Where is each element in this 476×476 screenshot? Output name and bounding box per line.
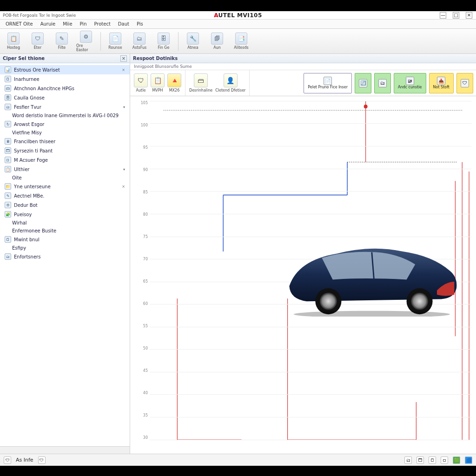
sidebar-item[interactable]: 🗄Cauila Gnose bbox=[0, 93, 130, 102]
ribbon-group: 🗃Desrinhaline 👤Cletend Dfetiser bbox=[185, 70, 250, 96]
sidebar: Ciper Sel thione × 📊Estrous Ore Wariset×… bbox=[0, 54, 130, 454]
sidebar-item[interactable]: 🗒Inarhurnee bbox=[0, 74, 130, 84]
pencil-icon: ✎ bbox=[56, 33, 68, 45]
close-button[interactable]: ✕ bbox=[466, 12, 472, 19]
menu-item[interactable]: Miie bbox=[60, 20, 75, 27]
close-icon[interactable]: × bbox=[122, 68, 125, 72]
menubar: ORNET Oite Auruie Miie Pin Protect Daut … bbox=[0, 20, 476, 29]
sync-icon: 🔄 bbox=[359, 79, 367, 87]
ribbon-button[interactable]: 🗃Desrinhaline bbox=[189, 73, 212, 93]
plot bbox=[150, 101, 471, 440]
app-window: POB-fet Forgoals Tor le Ingoot Swie AUTE… bbox=[0, 11, 476, 466]
gear-icon: ⚙ bbox=[80, 31, 92, 43]
module-icon: 🧩 bbox=[5, 211, 11, 218]
chevron-down-icon[interactable]: ▾ bbox=[123, 105, 125, 109]
sidebar-item[interactable]: 📊Estrous Ore Wariset× bbox=[0, 65, 130, 74]
close-icon[interactable]: × bbox=[120, 55, 127, 62]
sidebar-item[interactable]: Word deristio Inane Gimmerstei ls AVG-I … bbox=[0, 112, 130, 119]
sidebar-item[interactable]: ⚙Dedur Bot bbox=[0, 200, 130, 210]
status-icon[interactable]: 🛡 bbox=[4, 456, 11, 464]
menu-item[interactable]: Pis bbox=[134, 20, 146, 27]
sidebar-item[interactable]: Vietfine Misy bbox=[0, 129, 130, 137]
toolbar-button[interactable]: ✎Filte bbox=[52, 33, 72, 50]
quick-button[interactable]: 📄Pelet Pruno Fice Inser bbox=[304, 73, 352, 93]
sidebar-header: Ciper Sel thione × bbox=[0, 54, 130, 63]
sidebar-item[interactable]: 🗂Enfortsners bbox=[0, 252, 130, 261]
svg-point-2 bbox=[364, 105, 368, 108]
sidebar-item[interactable]: 🗃Atnchnon Aancitnce HPGs bbox=[0, 84, 130, 93]
toolbar-button[interactable]: 🗐Aun bbox=[207, 33, 227, 50]
sidebar-item[interactable]: 🧩Pueisoy bbox=[0, 210, 130, 219]
scrollbar[interactable] bbox=[0, 446, 130, 454]
minimize-button[interactable]: — bbox=[440, 12, 446, 19]
ribbon-button[interactable]: 🛡Autle bbox=[134, 73, 148, 93]
sidebar-item[interactable]: 🗆M Acsuer Foge bbox=[0, 155, 130, 165]
sidebar-item[interactable]: Wirhal bbox=[0, 219, 130, 227]
quick-button[interactable]: 🔄 bbox=[355, 73, 371, 93]
toolbar-button[interactable]: 📑Alitesds bbox=[231, 33, 251, 50]
close-icon[interactable]: × bbox=[122, 185, 125, 189]
status-icon[interactable]: 🗔 bbox=[416, 456, 424, 464]
panel-icon: 🗔 bbox=[5, 147, 11, 154]
chevron-down-icon[interactable]: ▾ bbox=[123, 167, 125, 172]
ribbon-group: 🛡Autle 📋MVPH 🔺MX26 bbox=[130, 70, 185, 96]
status-icon[interactable]: 🛡 bbox=[38, 456, 46, 464]
sidebar-item[interactable]: Enfermonee Busite bbox=[0, 227, 130, 235]
toolbar-button[interactable]: 🗂AstsFus bbox=[130, 33, 149, 50]
status-icon[interactable]: 🟩 bbox=[453, 456, 460, 464]
status-icon[interactable]: 🗆 bbox=[441, 456, 448, 464]
sidebar-item[interactable]: Oite bbox=[0, 174, 130, 182]
sidebar-item[interactable]: 🖥Francilben thiseer bbox=[0, 137, 130, 146]
sidebar-title: Ciper Sel thione bbox=[3, 56, 45, 61]
sidebar-tree[interactable]: 📊Estrous Ore Wariset× 🗒Inarhurnee 🗃Atnch… bbox=[0, 63, 130, 446]
drive-icon: 🗄 bbox=[158, 33, 170, 45]
toolbar-button[interactable]: 🛡Eter bbox=[28, 33, 47, 50]
menu-item[interactable]: Protect bbox=[91, 20, 113, 27]
sidebar-item[interactable]: 🗒Mwint bnul bbox=[0, 235, 130, 244]
sidebar-item[interactable]: 📋Ulthier▾ bbox=[0, 165, 130, 174]
sidebar-item[interactable]: ✎Aectnel MBe. bbox=[0, 191, 130, 200]
status-icon[interactable]: 🟦 bbox=[465, 456, 472, 464]
quick-button[interactable]: 🛡 bbox=[456, 73, 473, 93]
folder-icon: 🗂 bbox=[378, 79, 387, 87]
sidebar-item[interactable]: Esfipy bbox=[0, 244, 130, 252]
menu-item[interactable]: Pin bbox=[77, 20, 90, 27]
quick-button[interactable]: 🗂 bbox=[374, 73, 391, 93]
window-controls: — □ ✕ bbox=[440, 12, 472, 19]
chart-icon: 📊 bbox=[5, 66, 11, 73]
chart-area: 105 100 95 90 85 80 75 70 65 60 55 50 45… bbox=[130, 96, 476, 454]
folder-icon: 🗂 bbox=[5, 253, 11, 260]
toolbar-button[interactable]: 📄Rounse bbox=[106, 33, 125, 50]
drive-icon: 🗄 bbox=[5, 94, 11, 101]
maximize-button[interactable]: □ bbox=[453, 12, 459, 19]
toolbar-button[interactable]: 🗄Fin Ge bbox=[154, 33, 173, 50]
ribbon-button[interactable]: 👤Cletend Dfetiser bbox=[215, 73, 245, 93]
sidebar-item[interactable]: 📁Yne unterseune× bbox=[0, 182, 130, 191]
toolbar-button[interactable]: ⚙Ore Eastor bbox=[76, 31, 96, 52]
sidebar-item[interactable]: 🗔Syrsezin ti Paant bbox=[0, 146, 130, 155]
tab-header: Respoot Dotiniks bbox=[130, 54, 476, 63]
file-icon: 📄 bbox=[324, 77, 332, 85]
menu-item[interactable]: Auruie bbox=[38, 20, 59, 27]
svg-point-16 bbox=[319, 292, 337, 310]
menu-item[interactable]: Daut bbox=[115, 20, 132, 27]
brand: AUTEL MVI105 bbox=[214, 12, 262, 19]
quick-button[interactable]: 📥Not Stoft bbox=[429, 73, 454, 93]
toolbar-button[interactable]: 🔧Atnea bbox=[183, 33, 203, 50]
toolbar-button[interactable]: 📋Hosteg bbox=[4, 33, 23, 50]
box-icon: 🗃 bbox=[194, 73, 208, 87]
refresh-icon: ↻ bbox=[5, 121, 11, 127]
sidebar-item[interactable]: ↻Arowst Esgor bbox=[0, 119, 130, 129]
status-icon[interactable]: 🗒 bbox=[429, 456, 436, 464]
menu-item[interactable]: ORNET Oite bbox=[3, 20, 36, 27]
folder-icon: 🗂 bbox=[133, 33, 145, 45]
ribbon-button[interactable]: 📋MVPH bbox=[151, 73, 165, 93]
tab-caption: Innigpoot Blunsorufle Sume bbox=[130, 63, 476, 70]
note-icon: 🗒 bbox=[5, 76, 11, 82]
ribbon-button[interactable]: 🔺MX26 bbox=[167, 73, 181, 93]
folder-icon: 📁 bbox=[5, 183, 11, 190]
sidebar-item[interactable]: 🗂Fesfier Tvur▾ bbox=[0, 102, 130, 112]
status-icon[interactable]: 🗂 bbox=[404, 456, 412, 464]
quick-button[interactable]: 🖳Andc cunstie bbox=[394, 73, 426, 93]
shield-icon: 🛡 bbox=[134, 73, 148, 87]
